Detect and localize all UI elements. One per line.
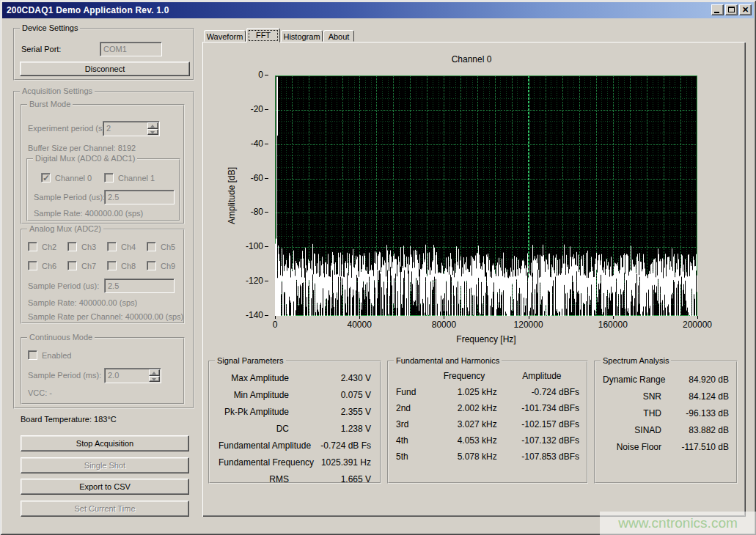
signal-parameters-group: Signal Parameters Max Amplitude2.430 V M…	[208, 361, 381, 484]
spectrum-value: 84.920 dB	[665, 374, 729, 385]
spectrum-row: Noise Floor-117.510 dB	[595, 438, 736, 455]
harmonic-name: Fund	[396, 387, 431, 397]
param-value: 1.665 V	[289, 474, 371, 484]
maximize-button[interactable]	[725, 4, 738, 15]
fft-plot[interactable]	[275, 75, 697, 316]
ch2-checkbox[interactable]	[28, 242, 37, 251]
serial-port-input[interactable]: COM1	[100, 42, 162, 56]
y-axis-label: Amplitude [dB]	[227, 155, 237, 236]
window-title: 200CDAQ1 Demo Application Rev. 1.0	[7, 5, 169, 15]
ch3-label: Ch3	[81, 243, 96, 251]
ch8-label: Ch8	[121, 262, 136, 270]
tab-about[interactable]: About	[323, 30, 354, 42]
harmonics-amplitude-header: Amplitude	[504, 371, 579, 381]
acquisition-settings-legend: Acquisition Settings	[20, 86, 95, 95]
spectrum-row: SINAD83.882 dB	[595, 421, 736, 438]
spin-down-button[interactable]	[147, 129, 158, 136]
ch9-checkbox[interactable]	[147, 261, 156, 270]
harmonic-name: 5th	[396, 451, 431, 462]
channel0-checkbox[interactable]	[41, 173, 51, 182]
param-row: Min Amplitude0.075 V	[210, 386, 380, 403]
ch3-checkbox[interactable]	[67, 242, 77, 251]
param-value: 2.430 V	[289, 373, 371, 383]
channel0-checkbox-row: Channel 0	[41, 173, 92, 182]
spin-down-button[interactable]	[149, 376, 160, 383]
analog-sample-period-label: Sample Period (us):	[28, 281, 99, 290]
tab-fft[interactable]: FFT	[246, 28, 280, 43]
ch6-label: Ch6	[42, 262, 56, 270]
continuous-sample-period-label: Sample Period (ms):	[28, 371, 101, 380]
harmonic-name: 4th	[396, 435, 431, 446]
titlebar-buttons: ✕	[711, 4, 752, 15]
harmonic-amplitude: -107.853 dBFs	[504, 451, 579, 462]
y-tick-label: -20	[239, 104, 268, 114]
channel1-checkbox[interactable]	[104, 173, 114, 182]
harmonics-header-row: Frequency Amplitude	[389, 368, 587, 384]
digital-sample-rate-text: Sample Rate: 400000.00 (sps)	[34, 209, 143, 218]
param-label: RMS	[219, 474, 289, 484]
spectrum-label: THD	[603, 408, 661, 418]
ch4-checkbox[interactable]	[107, 242, 117, 251]
ch5-checkbox[interactable]	[147, 242, 156, 251]
param-value: -0.724 dB Fs	[311, 440, 371, 451]
arrow-down-icon	[150, 131, 155, 134]
param-row: DC1.238 V	[210, 420, 380, 437]
param-value: 1025.391 Hz	[314, 457, 371, 468]
x-tick-label: 120000	[505, 320, 552, 330]
device-settings-group: Device Settings Serial Port: COM1 Discon…	[13, 28, 194, 81]
enabled-checkbox[interactable]	[28, 350, 37, 360]
analog-sample-period-input[interactable]: 2.5	[104, 278, 175, 293]
channel0-label: Channel 0	[55, 174, 92, 182]
param-row: Fundamental Amplitude-0.724 dB Fs	[210, 437, 380, 454]
harmonic-amplitude: -101.734 dBFs	[504, 403, 579, 413]
minimize-button[interactable]	[711, 4, 724, 15]
y-tick-label: -100	[239, 241, 268, 251]
continuous-sample-period-stepper[interactable]: 2.0	[104, 368, 161, 383]
param-value: 0.075 V	[289, 390, 371, 400]
ch7-checkbox[interactable]	[67, 261, 77, 270]
experiment-period-spin-buttons	[147, 122, 158, 135]
harmonic-frequency: 5.078 kHz	[431, 451, 496, 462]
param-label: Fundamental Frequency	[219, 457, 314, 468]
tab-histogram[interactable]: Histogram	[281, 30, 323, 42]
param-row: Max Amplitude2.430 V	[210, 369, 380, 386]
spectrum-label: SINAD	[603, 425, 661, 435]
digital-mux-legend: Digital Mux (ADC0 & ADC1)	[33, 154, 137, 163]
ch3-checkbox-row: Ch3	[67, 242, 96, 251]
spectrum-analysis-rows: Dynamic Range84.920 dB SNR84.124 dB THD-…	[595, 371, 736, 455]
y-tick-label: -120	[239, 276, 268, 286]
ch4-checkbox-row: Ch4	[107, 242, 136, 251]
maximize-icon	[728, 7, 735, 12]
single-shot-button[interactable]: Single Shot	[21, 457, 189, 473]
y-tick-label: -80	[239, 207, 268, 217]
close-button[interactable]: ✕	[739, 4, 752, 15]
ch6-checkbox[interactable]	[28, 261, 37, 270]
export-to-csv-button[interactable]: Export to CSV	[21, 479, 189, 495]
harmonics-group: Fundamental and Harmonics Frequency Ampl…	[387, 361, 588, 484]
spin-up-button[interactable]	[147, 122, 158, 129]
continuous-spin-buttons	[149, 369, 160, 382]
spectrum-row: SNR84.124 dB	[595, 388, 736, 405]
spectrum-label: Dynamic Range	[603, 374, 665, 385]
disconnect-button[interactable]: Disconnect	[20, 62, 190, 76]
harmonics-row: Fund1.025 kHz-0.724 dBFs	[389, 384, 587, 400]
ch8-checkbox-row: Ch8	[107, 261, 136, 270]
experiment-period-stepper[interactable]: 2	[103, 121, 160, 136]
param-label: DC	[219, 424, 289, 434]
spectrum-value: -96.133 dB	[661, 408, 729, 418]
stop-acquisition-button[interactable]: Stop Acquisition	[21, 435, 189, 451]
ch8-checkbox[interactable]	[107, 261, 117, 270]
y-tick-label: -140	[239, 310, 268, 320]
set-current-time-button[interactable]: Set Current Time	[21, 501, 189, 517]
x-tick-label: 80000	[420, 320, 467, 330]
spin-up-button[interactable]	[149, 369, 160, 376]
tab-waveform[interactable]: Waveform	[204, 30, 246, 42]
digital-sample-period-input[interactable]: 2.5	[104, 190, 175, 204]
param-label: Fundamental Amplitude	[219, 440, 311, 451]
burst-mode-legend: Burst Mode	[27, 100, 73, 108]
harmonics-legend: Fundamental and Harmonics	[394, 356, 502, 365]
spectrum-value: 84.124 dB	[661, 391, 729, 402]
param-value: 1.238 V	[289, 424, 371, 434]
channel1-label: Channel 1	[118, 174, 155, 182]
x-tick-label: 0	[252, 320, 298, 330]
